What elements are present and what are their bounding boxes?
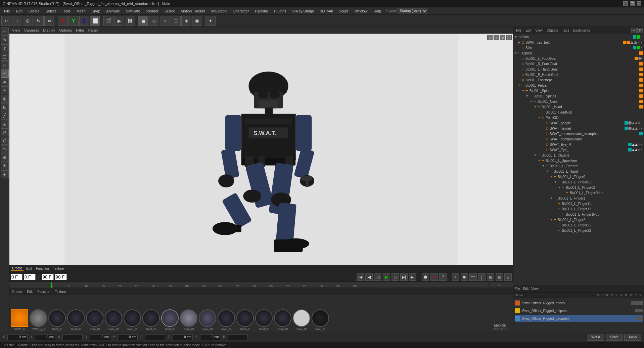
material-thumb-4[interactable]: Swat_Ol <box>86 309 103 331</box>
obj-row-eye-l[interactable]: ◻ SWAT_Eye_L ✕✕ <box>513 147 644 153</box>
powertracks-button[interactable]: ≣ <box>496 273 503 281</box>
obj-row-lfinger12[interactable]: ⊢ Bip001_L_Finger12 <box>513 206 644 212</box>
obj-row-pelvis[interactable]: ▼ ⊢ Bip001_Pelvis <box>513 83 644 88</box>
tool-deform[interactable]: ◬ <box>1 120 9 128</box>
timeline-create-btn[interactable]: Create <box>11 266 24 271</box>
tool-brush[interactable]: ⌀ <box>1 78 9 86</box>
menu-motion-tracker[interactable]: Motion Tracker <box>178 8 208 14</box>
obj-row-goggle[interactable]: ◻ SWAT_goggle ✕✕ <box>513 120 644 126</box>
tool-object[interactable]: ⊕ <box>1 154 9 162</box>
move-tool[interactable]: ⊕ <box>23 16 33 26</box>
obj-row-lfinger02[interactable]: ▼ ⊢ Bip001_L_Finger02 <box>513 185 644 190</box>
menu-mesh[interactable]: Mesh <box>74 8 88 14</box>
obj-row-lhand[interactable]: ◇ Bip001_L_Hand.Goal <box>513 67 644 72</box>
tool-light[interactable]: ☀ <box>1 162 9 170</box>
rot-y-input[interactable] <box>118 334 138 340</box>
z-axis[interactable]: Z <box>79 16 89 26</box>
material-thumb-0[interactable]: SWAT_0 <box>11 309 28 331</box>
tool-magnet[interactable]: ◎ <box>1 95 9 103</box>
rot-z-input[interactable] <box>200 334 220 340</box>
rot-x-input[interactable] <box>35 334 55 340</box>
tool-lasso[interactable]: ◌ <box>1 61 9 69</box>
motion-clip-button[interactable]: ⊞ <box>487 273 494 281</box>
render-active-view[interactable]: ▶ <box>114 16 124 26</box>
obj-icon2[interactable]: ⚙ <box>637 28 643 33</box>
obj-row-rhand[interactable]: ◇ Bip001_R_Hand.Goal <box>513 72 644 77</box>
3d-viewport[interactable]: S.W.A.T. <box>9 34 513 265</box>
material-thumb-5[interactable]: Swat_Ol <box>105 309 122 331</box>
vp-fullscreen-icon[interactable]: ⛶ <box>506 35 512 40</box>
obj-row-lfinger21[interactable]: ⊢ Bip001_L_Finger21 <box>513 222 644 228</box>
material-thumb-2[interactable]: Swat_Ol <box>48 309 66 331</box>
go-to-end-button[interactable]: ▶| <box>409 273 416 281</box>
play-button[interactable]: ▶ <box>383 273 390 281</box>
material-thumb-3[interactable]: Swat_Ol <box>67 309 85 331</box>
mat-strip-edit[interactable]: Edit <box>26 290 34 294</box>
obj-row-lfinger0nub[interactable]: ⊢ Bip001_L_Finger0Nub <box>513 190 644 195</box>
obj-row-lforearm[interactable]: ▼ ⊢ Bip001_L_Forearm <box>513 163 644 169</box>
menu-snap[interactable]: Snap <box>89 8 103 14</box>
obj-row-lfinger22[interactable]: ⊢ Bip001_L_Finger22 <box>513 228 644 233</box>
pos-z-input[interactable] <box>173 334 193 340</box>
vp-display-btn[interactable]: Display <box>43 28 55 32</box>
menu-file[interactable]: File <box>1 8 13 14</box>
material-thumb-10[interactable]: Swat_Ol <box>199 309 216 331</box>
fcurve-button[interactable]: ∫ <box>478 273 486 281</box>
menu-sculpt[interactable]: Sculpt <box>162 8 178 14</box>
menu-create[interactable]: Create <box>26 8 42 14</box>
obj-row-headnub[interactable]: ⊢ Bip001_HeadNub <box>513 110 644 115</box>
obj-row-lfoot[interactable]: ◇ Bip001_L_Foot.Goal ▸ <box>513 56 644 61</box>
obj-bookmarks-btn[interactable]: Bookmarks <box>572 28 591 33</box>
rotate-tool[interactable]: ↻ <box>34 16 44 26</box>
mat-strip-texture[interactable]: Texture <box>54 290 67 294</box>
prev-frame-button[interactable]: ◀ <box>365 273 373 281</box>
material-thumb-6[interactable]: Swat_Ol <box>124 309 141 331</box>
minimize-button[interactable]: — <box>623 1 628 6</box>
menu-render[interactable]: Render <box>144 8 161 14</box>
obj-row-comm[interactable]: ◻ SWAT_communicator <box>513 136 644 142</box>
help-button[interactable]: ? <box>439 273 447 281</box>
mat-edit-btn[interactable]: Edit <box>523 287 528 291</box>
render-picture-viewer[interactable]: 🖼 <box>125 16 135 26</box>
polygon-mode[interactable]: ○ <box>160 16 170 26</box>
x-axis[interactable]: X <box>58 16 68 26</box>
vp-options-btn[interactable]: Options <box>59 28 72 32</box>
material-thumb-15[interactable]: Swat_Ol <box>293 309 310 331</box>
obj-row-rfoot[interactable]: ◇ Bip001_R_Foot.Goal <box>513 61 644 67</box>
tool-material[interactable]: ◈ <box>1 170 9 178</box>
select-all[interactable]: ⬜ <box>90 16 100 26</box>
frame-counter[interactable] <box>24 274 36 280</box>
current-frame-display[interactable] <box>11 274 22 280</box>
material-thumb-1[interactable]: SWAT_g_0 <box>30 309 47 331</box>
obj-row-skin[interactable]: ▼ ◻ Skin ✓ <box>513 34 644 40</box>
obj-row-helmet[interactable]: ◻ SWAT_helmet ✕✕ <box>513 126 644 131</box>
obj-row-lhand[interactable]: ▼ ⊢ Bip001_L_Hand <box>513 169 644 174</box>
obj-row-bip001[interactable]: ▼ ⊢ Bip001 <box>513 50 644 56</box>
menu-script[interactable]: Script <box>336 8 351 14</box>
menu-character[interactable]: Character <box>230 8 251 14</box>
menu-simulate[interactable]: Simulate <box>123 8 143 14</box>
play-forward-button[interactable]: ▷ <box>392 273 399 281</box>
motion-path-button[interactable]: 〜 <box>469 273 477 281</box>
next-frame-button[interactable]: ▶| <box>400 273 408 281</box>
vp-panel-btn[interactable]: Panel <box>88 28 98 32</box>
timeline-ruler-right[interactable]: 0 5 10 15 20 25 30 35 40 45 50 <box>51 282 488 288</box>
tool-spline[interactable]: 〜 <box>1 145 9 153</box>
vp-pan-icon[interactable]: ✥ <box>500 35 505 40</box>
material-thumb-9[interactable]: Swat_Ol <box>180 309 197 331</box>
menu-mograph[interactable]: MoGraph <box>209 8 229 14</box>
pos-y-input[interactable] <box>90 334 110 340</box>
tool-line[interactable]: ╱ <box>1 112 9 120</box>
vp-view-btn[interactable]: View <box>12 28 20 32</box>
mat-strip-function[interactable]: Function <box>36 290 51 294</box>
menu-vray[interactable]: V-Ray Bridge <box>290 8 317 14</box>
pos-x-input[interactable] <box>7 334 28 340</box>
material-thumb-16[interactable]: Swat_Ol <box>312 309 329 331</box>
tool-select[interactable]: ▢ <box>1 53 9 61</box>
material-thumb-12[interactable]: Swat_Ol <box>236 309 254 331</box>
menu-window[interactable]: Window <box>352 8 370 14</box>
menu-animate[interactable]: Animate <box>104 8 123 14</box>
world-button[interactable]: World <box>587 334 604 341</box>
undo-button[interactable]: ↩ <box>1 16 11 26</box>
obj-tags-btn[interactable]: Tags <box>561 28 570 33</box>
